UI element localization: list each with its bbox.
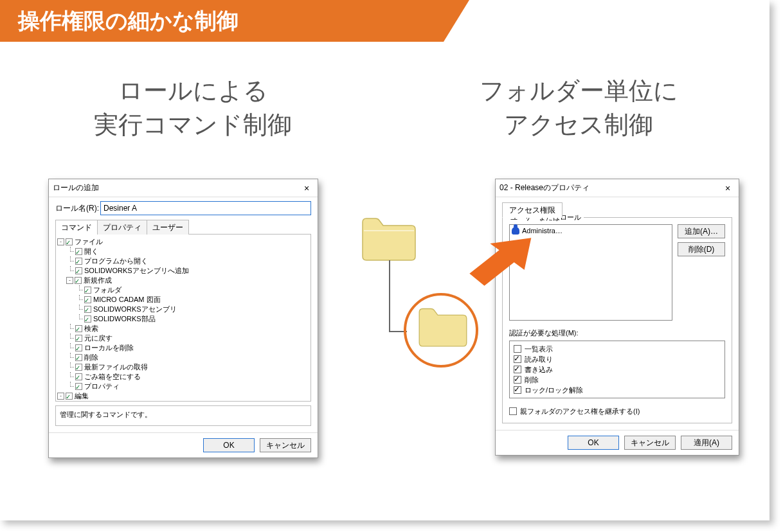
permission-checkbox[interactable] xyxy=(514,345,521,353)
user-role-list[interactable]: Administra… xyxy=(509,224,672,321)
cancel-button[interactable]: キャンセル xyxy=(624,436,676,450)
command-tree[interactable]: -ファイル開くプログラムから開くSOLIDWORKSアセンブリへ追加-新規作成フ… xyxy=(55,235,311,402)
slide-title: 操作権限の細かな制御 xyxy=(18,6,239,36)
expand-icon[interactable]: - xyxy=(57,238,64,245)
cancel-button[interactable]: キャンセル xyxy=(260,438,311,452)
tree-checkbox[interactable] xyxy=(75,383,82,390)
tab-access[interactable]: アクセス権限 xyxy=(502,202,562,218)
tree-node[interactable]: プロパティ xyxy=(57,382,309,391)
tab-user[interactable]: ユーザー xyxy=(147,220,189,235)
tree-checkbox[interactable] xyxy=(75,364,82,371)
tree-node[interactable]: SOLIDWORKSアセンブリへ追加 xyxy=(57,266,309,276)
apply-button[interactable]: 適用(A) xyxy=(681,436,732,450)
permission-label: 一覧表示 xyxy=(525,344,553,354)
permission-row: 削除 xyxy=(514,375,721,385)
tree-node[interactable]: -編集 xyxy=(57,391,309,401)
tree-label: コピー xyxy=(84,401,105,402)
tree-label: 新規作成 xyxy=(84,276,112,285)
tree-node[interactable]: ごみ箱を空にする xyxy=(57,372,309,382)
tree-checkbox[interactable] xyxy=(66,238,73,245)
tree-node[interactable]: コピー xyxy=(57,401,309,402)
permission-list: 一覧表示読み取り書き込み削除ロック/ロック解除 xyxy=(509,341,725,398)
tree-label: 元に戻す xyxy=(84,333,113,343)
list-item-label: Administra… xyxy=(522,227,562,235)
permission-label: 書き込み xyxy=(525,365,553,375)
tree-checkbox[interactable] xyxy=(84,296,91,303)
tree-checkbox[interactable] xyxy=(75,344,82,351)
tree-label: MICRO CADAM 図面 xyxy=(93,295,161,305)
tree-checkbox[interactable] xyxy=(75,373,82,380)
folder-icon xyxy=(359,215,419,265)
tree-checkbox[interactable] xyxy=(75,277,82,284)
tree-label: ローカルを削除 xyxy=(84,343,134,353)
expand-icon[interactable]: - xyxy=(66,277,73,284)
tree-checkbox[interactable] xyxy=(66,393,73,400)
tree-label: SOLIDWORKSアセンブリ xyxy=(93,305,177,314)
permission-label: 読み取り xyxy=(525,355,553,364)
permission-label: 削除 xyxy=(525,375,539,385)
tree-label: 検索 xyxy=(84,324,98,333)
permission-checkbox[interactable] xyxy=(514,355,521,363)
tree-checkbox[interactable] xyxy=(75,354,82,361)
tree-connector xyxy=(389,260,390,331)
list-item[interactable]: Administra… xyxy=(512,227,670,235)
tree-node[interactable]: -ファイル xyxy=(57,237,309,247)
tree-checkbox[interactable] xyxy=(75,258,82,265)
role-name-input[interactable] xyxy=(100,201,311,215)
delete-button[interactable]: 削除(D) xyxy=(678,242,725,256)
banner: 操作権限の細かな制御 xyxy=(0,0,770,42)
tree-checkbox[interactable] xyxy=(75,335,82,342)
tree-node[interactable]: SOLIDWORKS部品 xyxy=(57,314,309,324)
tab-property[interactable]: プロパティ xyxy=(97,220,147,235)
tree-node[interactable]: フォルダ xyxy=(57,285,309,295)
permission-checkbox[interactable] xyxy=(514,386,521,394)
tree-node[interactable]: プログラムから開く xyxy=(57,256,309,266)
tree-checkbox[interactable] xyxy=(75,325,82,332)
expand-icon[interactable]: - xyxy=(57,393,64,400)
tree-node[interactable]: 最新ファイルの取得 xyxy=(57,362,309,372)
tree-checkbox[interactable] xyxy=(84,287,91,294)
permission-row: 書き込み xyxy=(514,364,721,375)
permission-checkbox[interactable] xyxy=(514,366,521,373)
close-icon[interactable]: × xyxy=(721,183,735,193)
tab-command[interactable]: コマンド xyxy=(55,220,98,235)
permission-row: ロック/ロック解除 xyxy=(514,385,721,395)
tree-label: プログラムから開く xyxy=(84,256,148,266)
tree-node[interactable]: ローカルを削除 xyxy=(57,343,309,353)
close-icon[interactable]: × xyxy=(300,183,314,193)
command-hint: 管理に関するコマンドです。 xyxy=(55,405,311,426)
tree-label: SOLIDWORKSアセンブリへ追加 xyxy=(84,266,189,276)
tree-node[interactable]: -新規作成 xyxy=(57,276,309,285)
tree-node[interactable]: 削除 xyxy=(57,353,309,362)
tree-node[interactable]: MICRO CADAM 図面 xyxy=(57,295,309,305)
ok-button[interactable]: OK xyxy=(203,438,255,452)
group-auth-label: 認証が必要な処理(M): xyxy=(509,328,725,338)
role-name-label: ロール名(R): xyxy=(55,203,100,214)
tree-checkbox[interactable] xyxy=(84,315,91,323)
permission-checkbox[interactable] xyxy=(514,376,521,384)
tree-label: ごみ箱を空にする xyxy=(84,372,141,382)
user-icon xyxy=(512,227,519,235)
dialog-folder-properties: 02 - Releaseのプロパティ × アクセス権限 ユーザーまたはロール A… xyxy=(495,179,739,456)
tree-label: 編集 xyxy=(75,391,89,401)
tree-node[interactable]: SOLIDWORKSアセンブリ xyxy=(57,305,309,314)
tree-checkbox[interactable] xyxy=(75,267,82,274)
tree-node[interactable]: 元に戻す xyxy=(57,333,309,343)
inherit-label: 親フォルダのアクセス権を継承する(I) xyxy=(520,407,640,416)
role-tabs: コマンド プロパティ ユーザー xyxy=(55,219,311,235)
tree-label: 開く xyxy=(84,247,98,256)
tree-node[interactable]: 開く xyxy=(57,247,309,256)
dialog-role-add: ロールの追加 × ロール名(R): コマンド プロパティ ユーザー -ファイル開… xyxy=(48,179,318,458)
tree-label: 削除 xyxy=(84,353,98,362)
tree-checkbox[interactable] xyxy=(84,306,91,313)
permission-label: ロック/ロック解除 xyxy=(525,386,583,395)
tree-node[interactable]: 検索 xyxy=(57,324,309,333)
add-button[interactable]: 追加(A)… xyxy=(678,224,725,238)
permission-row: 読み取り xyxy=(514,354,721,364)
inherit-checkbox[interactable] xyxy=(509,407,517,415)
ok-button[interactable]: OK xyxy=(568,436,619,450)
tree-label: プロパティ xyxy=(84,382,120,391)
tree-label: SOLIDWORKS部品 xyxy=(93,314,156,324)
tree-label: フォルダ xyxy=(93,285,122,295)
tree-checkbox[interactable] xyxy=(75,248,82,255)
